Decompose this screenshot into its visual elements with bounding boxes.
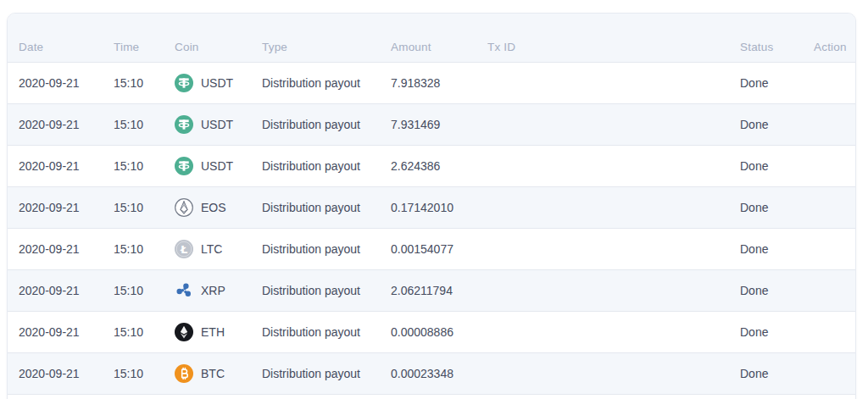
eth-coin-icon <box>175 323 193 341</box>
usdt-coin-icon <box>175 74 193 92</box>
cell-status <box>740 394 814 399</box>
cell-coin: USDT <box>175 103 262 145</box>
cell-time: 15:10 <box>114 352 175 394</box>
cell-coin: Ł LTC <box>175 228 262 269</box>
table-row: 2020-09-21 15:10 EOS Distribution payout… <box>8 186 855 228</box>
cell-time: 15:10 <box>114 311 175 352</box>
cell-amount: 7.918328 <box>391 62 487 103</box>
cell-type: Distribution payout <box>262 103 391 145</box>
coin-label: LTC <box>201 242 222 256</box>
cell-txid <box>487 352 740 394</box>
cell-action <box>814 145 855 186</box>
coin-badge: USDT <box>175 74 262 92</box>
col-header-amount: Amount <box>391 14 487 62</box>
table-row: 2020-09-21 15:10 XRP Distribution payout… <box>8 269 855 311</box>
cell-date: 2020-09-21 <box>8 145 114 186</box>
btc-coin-icon <box>175 364 193 383</box>
coin-badge: ETH <box>175 323 262 341</box>
coin-label: EOS <box>201 201 226 214</box>
cell-amount: 7.931469 <box>391 103 487 145</box>
cell-action <box>814 228 855 269</box>
cell-type: Distribution payout <box>262 352 391 394</box>
cell-status: Done <box>740 352 814 394</box>
cell-date: 2020-09-21 <box>8 311 114 352</box>
cell-coin: USDT <box>175 62 262 103</box>
coin-label: USDT <box>201 159 233 173</box>
cell-coin <box>175 394 262 399</box>
cell-type: Distribution payout <box>262 62 391 103</box>
svg-text:Ł: Ł <box>180 242 187 255</box>
table-row: 2020-09-21 15:10 USDT Distribution payou… <box>8 103 855 145</box>
cell-type: Distribution payout <box>262 145 391 186</box>
col-header-action: Action <box>814 14 855 62</box>
cell-action <box>814 352 855 394</box>
coin-badge: XRP <box>175 281 262 300</box>
col-header-type: Type <box>262 14 391 62</box>
cell-time: 15:10 <box>114 103 175 145</box>
cell-coin: USDT <box>175 145 262 186</box>
ltc-coin-icon: Ł <box>175 240 193 258</box>
table-header-row: Date Time Coin Type Amount Tx ID Status … <box>8 14 855 62</box>
cell-txid <box>487 62 740 103</box>
cell-time: 15:10 <box>114 269 175 311</box>
cell-time: 15:10 <box>114 145 175 186</box>
cell-action <box>814 311 855 352</box>
cell-txid <box>487 269 740 311</box>
coin-badge: EOS <box>175 198 262 217</box>
cell-date: 2020-09-21 <box>8 352 114 394</box>
cell-date: 2020-09-21 <box>8 269 114 311</box>
cell-txid <box>487 103 740 145</box>
cell-coin: ETH <box>175 311 262 352</box>
cell-time: 15:10 <box>114 62 175 103</box>
cell-type: Distribution payout <box>262 186 391 228</box>
cell-amount: 2.06211794 <box>391 269 487 311</box>
table-row: 2020-09-21 15:10 BTC Distribution payout… <box>8 352 855 394</box>
cell-status: Done <box>740 145 814 186</box>
table-row-partial <box>8 394 855 399</box>
cell-amount: 0.17142010 <box>391 186 487 228</box>
usdt-coin-icon <box>175 157 193 175</box>
cell-action <box>814 103 855 145</box>
cell-status: Done <box>740 62 814 103</box>
coin-label: USDT <box>201 76 233 90</box>
cell-date: 2020-09-21 <box>8 62 114 103</box>
cell-action <box>814 186 855 228</box>
cell-amount: 0.00154077 <box>391 228 487 269</box>
coin-label: ETH <box>201 325 225 339</box>
usdt-coin-icon <box>175 115 193 134</box>
cell-type: Distribution payout <box>262 228 391 269</box>
cell-coin: BTC <box>175 352 262 394</box>
cell-action <box>814 62 855 103</box>
coin-label: XRP <box>201 284 225 297</box>
col-header-date: Date <box>8 14 114 62</box>
coin-label: USDT <box>201 118 233 131</box>
cell-status: Done <box>740 269 814 311</box>
cell-type: Distribution payout <box>262 269 391 311</box>
xrp-coin-icon <box>175 281 193 300</box>
cell-status: Done <box>740 311 814 352</box>
cell-amount: 0.00023348 <box>391 352 487 394</box>
table-row: 2020-09-21 15:10 Ł LTC Distribution payo… <box>8 228 855 269</box>
coin-badge: USDT <box>175 115 262 134</box>
cell-txid <box>487 228 740 269</box>
cell-amount: 0.00008886 <box>391 311 487 352</box>
cell-date: 2020-09-21 <box>8 103 114 145</box>
coin-label: BTC <box>201 367 225 380</box>
col-header-time: Time <box>114 14 175 62</box>
coin-badge: BTC <box>175 364 262 383</box>
payout-history-table: Date Time Coin Type Amount Tx ID Status … <box>8 14 855 399</box>
cell-date: 2020-09-21 <box>8 186 114 228</box>
cell-txid <box>487 186 740 228</box>
cell-txid <box>487 311 740 352</box>
eos-coin-icon <box>175 198 193 217</box>
table-row: 2020-09-21 15:10 USDT Distribution payou… <box>8 62 855 103</box>
cell-amount <box>391 394 487 399</box>
cell-action <box>814 394 855 399</box>
cell-action <box>814 269 855 311</box>
cell-txid <box>487 394 740 399</box>
cell-status: Done <box>740 228 814 269</box>
col-header-status: Status <box>740 14 814 62</box>
cell-time: 15:10 <box>114 186 175 228</box>
cell-coin: EOS <box>175 186 262 228</box>
cell-type <box>262 394 391 399</box>
